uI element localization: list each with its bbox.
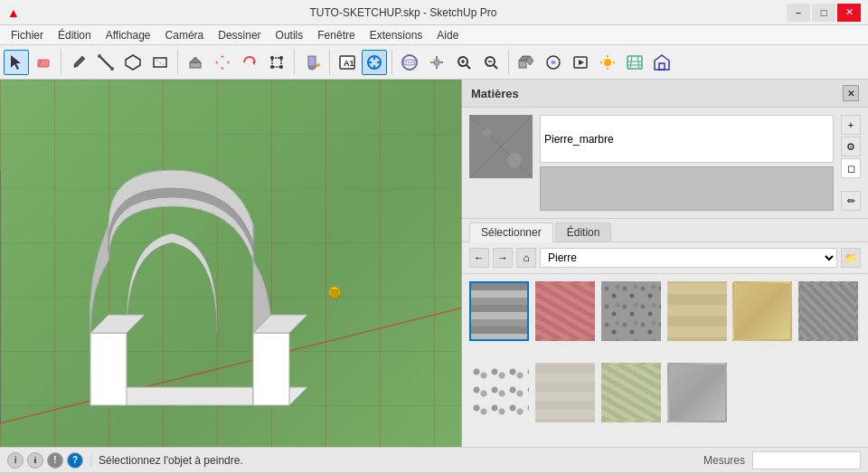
svg-line-5 [154,58,166,67]
components-button[interactable] [514,50,539,75]
panel-title: Matières [471,87,519,100]
push-pull-button[interactable] [183,50,208,75]
status-hint: Sélectionnez l'objet à peindre. [90,454,696,467]
measure-tool-button[interactable] [362,50,387,75]
menu-outils[interactable]: Outils [269,27,311,43]
sample-button[interactable]: ◻ [841,158,861,178]
texture-item-4[interactable] [667,281,727,341]
zoom-tool-button[interactable] [451,50,476,75]
panel-side-buttons: + ⚙ ◻ ✏ [841,115,861,211]
svg-point-13 [316,63,320,67]
panel-close-button[interactable]: ✕ [843,85,859,101]
svg-rect-30 [519,61,526,68]
status-icon-2[interactable]: i [27,452,43,469]
tab-edition[interactable]: Édition [555,223,612,242]
mesures-input[interactable] [752,451,861,469]
svg-point-11 [270,65,274,69]
close-button[interactable]: ✕ [837,4,861,22]
title-bar: ▲ TUTO-SKETCHUP.skp - SketchUp Pro − □ ✕ [0,0,868,25]
svg-marker-35 [579,60,584,65]
matieres-panel: Matières ✕ + ⚙ ◻ ✏ Sélectionner [461,80,868,447]
texture-item-1[interactable] [469,281,529,341]
svg-point-12 [279,65,283,69]
toolbar-separator-4 [329,50,330,75]
nav-forward-button[interactable]: → [493,248,513,268]
toolbar-separator-2 [177,50,178,75]
pan-tool-button[interactable] [424,50,449,75]
maximize-button[interactable]: □ [812,4,835,22]
menu-edition[interactable]: Édition [51,27,99,43]
minimize-button[interactable]: − [787,4,810,22]
texture-item-2[interactable] [535,281,595,341]
status-bar: i i ! ? Sélectionnez l'objet à peindre. … [0,447,868,472]
texture-name-input[interactable] [540,115,834,163]
menu-fichier[interactable]: Fichier [4,27,51,43]
status-icons: i i ! ? [7,452,83,469]
eraser-tool-button[interactable] [31,50,56,75]
svg-rect-8 [272,58,281,67]
texture-item-7[interactable] [469,363,529,422]
svg-point-1 [98,54,101,58]
svg-rect-41 [627,56,642,69]
scenes-button[interactable] [568,50,593,75]
panel-header: Matières ✕ [462,80,868,108]
texture-grid [462,274,868,447]
paint-bucket-button[interactable] [299,50,325,75]
rotate-tool-button[interactable] [237,50,262,75]
geo-button[interactable] [622,50,647,75]
options-button[interactable]: ⚙ [841,137,861,156]
menu-dessiner[interactable]: Dessiner [211,27,268,43]
svg-marker-42 [655,55,669,70]
texture-item-9[interactable] [601,363,661,422]
app-icon: ▲ [7,5,20,20]
status-icon-1[interactable]: i [7,452,24,469]
zoom-fit-button[interactable] [478,50,504,75]
svg-marker-7 [190,57,201,62]
status-icon-3[interactable]: ! [47,452,63,469]
svg-point-22 [434,60,439,65]
rectangle-tool-button[interactable] [147,50,173,75]
styles-button[interactable] [541,50,566,75]
status-right: Mesures [703,451,861,469]
svg-rect-6 [190,62,201,68]
shape-tool-button[interactable] [120,50,146,75]
svg-text:A1: A1 [344,59,354,68]
texture-item-10[interactable] [667,363,727,422]
text-tool-button[interactable]: A1 [335,50,360,75]
texture-item-6[interactable] [798,281,858,341]
select-tool-button[interactable] [4,50,29,75]
menu-aide[interactable]: Aide [429,27,466,43]
menu-affichage[interactable]: Affichage [99,27,158,43]
tab-selectionner[interactable]: Sélectionner [469,223,553,242]
svg-rect-43 [659,63,665,70]
mesures-label: Mesures [703,454,745,467]
texture-preview [469,115,533,178]
scale-tool-button[interactable] [264,50,289,75]
menu-fenetre[interactable]: Fenêtre [310,27,362,43]
tabs-area: Sélectionner Édition [462,219,868,242]
orbit-tool-button[interactable] [397,50,422,75]
warehouse-button[interactable] [649,50,675,75]
toolbar-separator-1 [61,50,61,75]
toolbar-separator-6 [508,50,509,75]
pencil-tool-button[interactable] [66,50,91,75]
shadow-button[interactable] [595,50,620,75]
line-tool-button[interactable] [93,50,118,75]
category-select[interactable]: Pierre Bois Métal Verre Tissu Béton [540,248,837,268]
texture-item-8[interactable] [535,363,595,422]
menu-extensions[interactable]: Extensions [363,27,430,43]
nav-back-button[interactable]: ← [469,248,489,268]
toolbar: A1 [0,45,868,80]
add-material-button[interactable]: + [841,115,861,135]
category-area: ← → ⌂ Pierre Bois Métal Verre Tissu Béto… [462,242,868,274]
svg-point-10 [279,56,283,60]
window-title: TUTO-SKETCHUP.skp - SketchUp Pro [20,6,787,19]
texture-item-3[interactable] [601,281,661,341]
eyedropper-button[interactable]: ✏ [841,191,861,211]
status-icon-4[interactable]: ? [67,452,83,469]
move-tool-button[interactable] [210,50,235,75]
texture-item-5[interactable] [732,281,792,341]
nav-home-button[interactable]: ⌂ [516,248,536,268]
menu-camera[interactable]: Caméra [158,27,212,43]
folder-button[interactable]: 📁 [841,248,861,268]
